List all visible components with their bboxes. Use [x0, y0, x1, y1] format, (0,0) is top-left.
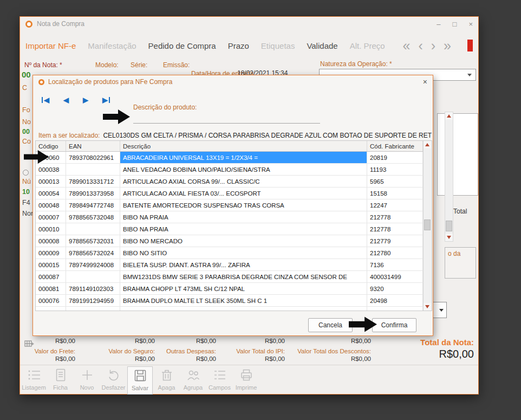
cell-fab[interactable]: 12247 — [367, 199, 423, 211]
cell-desc[interactable]: ABRACADEIRA UNIVERSAL 13X19 = 1/2X3/4 = — [120, 152, 367, 163]
tab-validade[interactable]: Validade — [307, 41, 337, 50]
table-row[interactable]: 0000079788565732048BIBO NA PRAIA212778 — [36, 211, 423, 223]
product-description-input[interactable] — [133, 123, 320, 124]
toolbar-salvar[interactable]: Salvar — [127, 366, 153, 395]
first-page-icon[interactable]: « — [403, 39, 411, 53]
table-row[interactable]: 0000817891149102303BRAHMA CHOPP LT 473ML… — [36, 283, 423, 295]
toolbar-ficha[interactable]: Ficha — [48, 366, 73, 395]
confirm-button[interactable]: Confirma — [372, 318, 416, 332]
table-row[interactable]: 0000089788565732031BIBO NO MERCADO212779 — [36, 235, 423, 247]
first-record-button[interactable]: ◀ — [42, 96, 49, 104]
last-page-icon[interactable]: » — [444, 39, 451, 53]
next-page-icon[interactable]: › — [431, 39, 435, 53]
scroll-up-icon[interactable] — [445, 112, 453, 120]
cell-fab[interactable]: 212778 — [367, 223, 423, 235]
cell-fab[interactable]: 5965 — [367, 176, 423, 187]
tab-manifesta-o[interactable]: Manifestação — [88, 41, 136, 50]
table-row[interactable]: 000038ANEL VEDACAO BOBINA UNO/PALIO/SIEN… — [36, 164, 423, 176]
prev-record-button[interactable]: ◀ — [63, 96, 69, 104]
cell-ean[interactable] — [66, 164, 120, 175]
cell-codigo[interactable]: 000038 — [36, 164, 66, 175]
toolbar-desfazer[interactable]: Desfazer — [101, 366, 126, 395]
cell-fab[interactable]: 212779 — [367, 235, 423, 247]
cell-codigo[interactable]: 000015 — [36, 259, 66, 270]
cell-desc[interactable]: BRAHMA DUPLO MALTE LT SLEEK 350ML SH C 1 — [120, 295, 367, 306]
cell-ean[interactable]: 7898494772748 — [66, 199, 120, 211]
table-row[interactable]: 0000137899013331712ARTICULACAO AXIAL COR… — [36, 176, 423, 188]
tab-prazo[interactable]: Prazo — [228, 41, 249, 50]
dialog-close-button[interactable]: × — [423, 77, 427, 86]
cell-codigo[interactable]: 000007 — [36, 211, 66, 223]
cell-desc[interactable]: ANEL VEDACAO BOBINA UNO/PALIO/SIENA/STRA — [120, 164, 367, 175]
cell-codigo[interactable]: 000054 — [36, 188, 66, 199]
column-header-ean[interactable]: EAN — [66, 141, 120, 151]
cell-fab[interactable]: 212778 — [367, 211, 423, 223]
table-row[interactable]: 000010BIBO NA PRAIA212778 — [36, 223, 423, 235]
cell-desc[interactable]: BIBO NA PRAIA — [120, 211, 367, 223]
grid-scrollbar[interactable] — [423, 141, 432, 311]
tab-alt-pre-o[interactable]: Alt. Preço — [350, 41, 385, 50]
cell-codigo[interactable]: 000076 — [36, 295, 66, 306]
cell-ean[interactable]: 7891991294959 — [66, 295, 120, 306]
last-record-button[interactable]: ▶ — [102, 96, 110, 104]
tab-importar-nf-e[interactable]: Importar NF-e — [25, 41, 76, 50]
table-row[interactable]: 0000487898494772748BATENTE AMORTECEDOR S… — [36, 199, 423, 211]
cell-fab[interactable] — [367, 307, 423, 311]
maximize-button[interactable]: □ — [453, 20, 457, 28]
cell-desc[interactable]: BRAHMA CHOPP LT 473ML SH C/12 NPAL — [120, 283, 367, 294]
table-row[interactable]: 0000157897499924008BIELETA SUSP. DIANT. … — [36, 259, 423, 271]
window-scrollbar[interactable] — [445, 112, 453, 242]
table-row[interactable]: 0000607893708022961ABRACADEIRA UNIVERSAL… — [36, 152, 423, 164]
cell-fab[interactable]: 20498 — [367, 295, 423, 306]
column-header-desc[interactable]: Descrição — [120, 141, 367, 151]
table-row[interactable]: 0000547899013373958ARTICULACAO AXIAL FIE… — [36, 188, 423, 199]
toolbar-apaga[interactable]: Apaga — [154, 366, 179, 395]
cell-fab[interactable]: 7136 — [367, 259, 423, 270]
scrollbar-thumb[interactable] — [446, 221, 452, 231]
cancel-button[interactable]: Cancela — [308, 318, 353, 332]
table-row[interactable]: 0000099788565732024BIBO NO SITIO212780 — [36, 247, 423, 259]
cell-codigo[interactable]: 000009 — [36, 247, 66, 259]
toolbar-imprime[interactable]: Imprime — [233, 366, 259, 395]
cell-fab[interactable]: 400031499 — [367, 271, 423, 282]
tab-pedido-de-compra[interactable]: Pedido de Compra — [148, 41, 216, 50]
cell-ean[interactable]: 9788565732024 — [66, 247, 120, 259]
toolbar-agrupa[interactable]: Agrupa — [180, 366, 206, 395]
cell-fab[interactable]: 20819 — [367, 152, 423, 163]
cell-ean[interactable]: 7899013373958 — [66, 188, 120, 199]
cell-fab[interactable]: 9320 — [367, 283, 423, 294]
cell-desc[interactable]: BUCHA BANDEJ. SUSPENSAO ... — [120, 307, 367, 311]
cell-codigo[interactable]: 000... — [36, 307, 66, 311]
prev-page-icon[interactable]: ‹ — [418, 39, 422, 53]
cell-codigo[interactable]: 000013 — [36, 176, 66, 187]
dialog-titlebar[interactable]: Localização de produtos para NFe Compra … — [33, 75, 433, 88]
cell-desc[interactable]: BIBO NO MERCADO — [120, 235, 367, 247]
cell-ean[interactable]: 789... — [66, 307, 120, 311]
scrollbar-thumb[interactable] — [424, 219, 431, 230]
cell-codigo[interactable]: 000048 — [36, 199, 66, 211]
tab-etiquetas[interactable]: Etiquetas — [261, 41, 295, 50]
cell-desc[interactable]: ARTICULACAO AXIAL CORSA 99/... CLASSIC/C — [120, 176, 367, 187]
scroll-up-icon[interactable] — [424, 141, 431, 148]
window-titlebar[interactable]: Nota de Compra – □ × — [20, 17, 478, 31]
cell-desc[interactable]: BIBO NA PRAIA — [120, 223, 367, 235]
toolbar-listagem[interactable]: Listagem — [21, 366, 47, 395]
cell-ean[interactable]: 7897499924008 — [66, 259, 120, 270]
cell-desc[interactable]: BATENTE AMORTECEDOR SUSPENSAO TRAS CORSA — [120, 199, 367, 211]
scroll-down-icon[interactable] — [424, 303, 431, 311]
toolbar-campos[interactable]: Campos — [207, 366, 232, 395]
cell-desc[interactable]: BIELETA SUSP. DIANT. ASTRA 99/... ZAFIRA — [120, 259, 367, 270]
cell-ean[interactable]: 7891149102303 — [66, 283, 120, 294]
column-header-fab[interactable]: Cód. Fabricante — [367, 141, 423, 151]
cell-desc[interactable]: BMW1231DS BMW SERIE 3 PARABRISA DEGRADE … — [120, 271, 367, 282]
scroll-down-icon[interactable] — [445, 234, 453, 241]
cell-codigo[interactable]: 000008 — [36, 235, 66, 247]
table-row[interactable]: 000087BMW1231DS BMW SERIE 3 PARABRISA DE… — [36, 271, 423, 283]
cell-ean[interactable] — [66, 271, 120, 282]
cell-codigo[interactable]: 000010 — [36, 223, 66, 235]
cell-ean[interactable] — [66, 223, 120, 235]
cell-ean[interactable]: 7893708022961 — [66, 152, 120, 163]
cell-codigo[interactable]: 000081 — [36, 283, 66, 294]
minimize-button[interactable]: – — [437, 20, 440, 28]
cell-ean[interactable]: 9788565732048 — [66, 211, 120, 223]
